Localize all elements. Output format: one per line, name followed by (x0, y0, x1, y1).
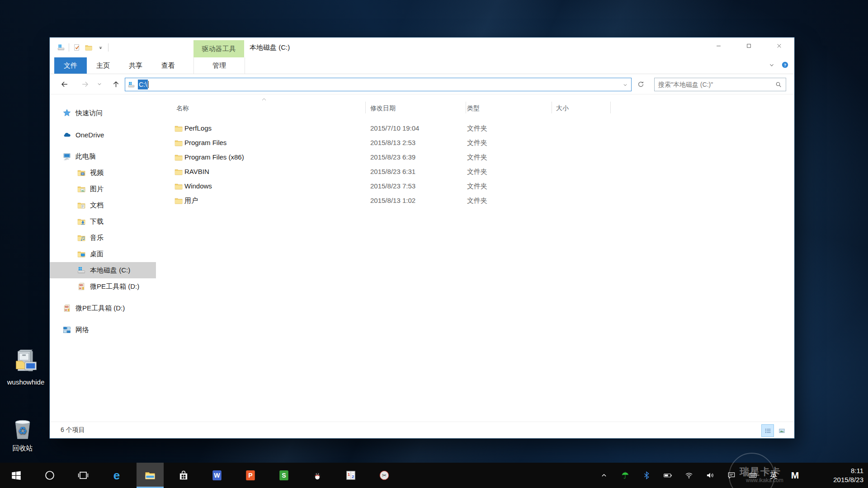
search-input[interactable] (655, 81, 775, 88)
sidebar-item-music[interactable]: 音乐 (50, 230, 156, 246)
address-dropdown-icon[interactable] (623, 81, 628, 89)
file-name: Program Files (184, 136, 226, 150)
folder-icon (174, 167, 183, 176)
sidebar-item-this-pc[interactable]: 此电脑 (50, 148, 156, 164)
tab-home[interactable]: 主页 (87, 57, 119, 74)
back-button[interactable] (59, 79, 70, 89)
input-method-button[interactable]: M (784, 463, 806, 488)
column-header-type[interactable]: 类型 (467, 104, 480, 113)
rising-antivirus-button[interactable] (614, 463, 636, 488)
file-list-area: 名称 修改日期 类型 大小 PerfLogs2015/7/10 19:04文件夹… (156, 94, 794, 422)
taskbar-buttons: eWPS12✂ (3, 463, 404, 488)
taskbar-wps-writer-button[interactable]: W (203, 463, 231, 488)
recent-locations-icon[interactable] (96, 79, 103, 89)
tab-view[interactable]: 查看 (152, 57, 184, 74)
sidebar-item-downloads[interactable]: 下载 (50, 213, 156, 230)
file-row[interactable]: Windows2015/8/23 7:53文件夹 (156, 179, 794, 193)
sidebar-item-desktop[interactable]: 桌面 (50, 246, 156, 262)
sidebar-item-pictures[interactable]: 图片 (50, 181, 156, 197)
taskbar-cortana-button[interactable] (36, 463, 63, 488)
contextual-tab-group-drive-tools[interactable]: 驱动器工具 (193, 40, 244, 57)
taskbar-calendar-tool-button[interactable]: 12 (337, 463, 364, 488)
sidebar-item-documents[interactable]: 文档 (50, 197, 156, 213)
wifi-button[interactable] (678, 463, 699, 488)
sidebar-item-local-disk-c[interactable]: 本地磁盘 (C:) (50, 262, 156, 278)
screenshot-tool-icon: ✂ (378, 469, 390, 481)
address-bar[interactable]: C:\ (125, 78, 632, 91)
column-header-date-modified[interactable]: 修改日期 (370, 104, 396, 113)
touch-keyboard-button[interactable] (742, 463, 763, 488)
recycle-bin-icon: ♻ (0, 417, 45, 443)
large-icons-view-button[interactable] (775, 424, 788, 437)
sort-ascending-icon (261, 95, 267, 103)
taskbar-wps-presentation-button[interactable]: P (237, 463, 264, 488)
clock-time: 8:11 (806, 466, 863, 475)
battery-button[interactable] (657, 463, 678, 488)
tray-expand-button[interactable] (593, 463, 614, 488)
volume-button[interactable] (699, 463, 721, 488)
wps-presentation-icon: P (245, 469, 256, 481)
sidebar-item-wepe-toolbox-d[interactable]: SDH微PE工具箱 (D:) (50, 278, 156, 295)
sidebar-item-videos[interactable]: 视频 (50, 164, 156, 181)
star-icon (62, 108, 71, 117)
taskbar-edge-button[interactable]: e (103, 463, 130, 488)
sidebar-item-label: OneDrive (75, 131, 104, 139)
tab-share[interactable]: 共享 (119, 57, 152, 74)
close-button[interactable] (764, 38, 794, 54)
file-row[interactable]: 用户2015/8/13 1:02文件夹 (156, 193, 794, 208)
qat-customize-button[interactable] (94, 42, 106, 53)
tab-manage[interactable]: 管理 (193, 57, 245, 74)
notifications-button[interactable] (721, 463, 742, 488)
forward-button[interactable] (80, 79, 90, 89)
column-header-name[interactable]: 名称 (176, 104, 189, 113)
ribbon-expand-icon[interactable] (769, 62, 775, 70)
file-name: 用户 (184, 193, 198, 208)
file-row[interactable]: Program Files (x86)2015/8/23 6:39文件夹 (156, 150, 794, 164)
file-row[interactable]: PerfLogs2015/7/10 19:04文件夹 (156, 121, 794, 136)
svg-text:P: P (248, 472, 252, 479)
desktop-icon-wushowhide[interactable]: wushowhide (0, 348, 52, 386)
sidebar-item-wepe-toolbox-d-root[interactable]: SDH微PE工具箱 (D:) (50, 300, 156, 316)
file-row[interactable]: RAVBIN2015/8/23 6:31文件夹 (156, 164, 794, 179)
taskbar-clock[interactable]: 8:11 2015/8/23 (806, 463, 868, 488)
sidebar-item-onedrive[interactable]: OneDrive (50, 127, 156, 143)
search-icon[interactable] (775, 81, 782, 88)
column-separator[interactable] (466, 102, 466, 113)
refresh-button[interactable] (634, 78, 647, 90)
address-path[interactable]: C:\ (138, 80, 148, 89)
qat-new-folder-button[interactable] (83, 42, 94, 53)
svg-text:?: ? (784, 63, 786, 67)
help-button[interactable]: ? (781, 61, 789, 70)
input-lang-button[interactable]: 英 (763, 463, 784, 488)
sd-card-icon: SDH (62, 304, 71, 313)
sidebar-item-network[interactable]: 网络 (50, 322, 156, 338)
desktop-icon-recycle-bin[interactable]: ♻ 回收站 (0, 417, 45, 453)
maximize-button[interactable] (734, 38, 764, 54)
qat-properties-button[interactable] (71, 42, 83, 53)
column-separator[interactable] (552, 102, 552, 113)
taskbar-file-explorer-button[interactable] (137, 463, 164, 488)
folder-icon (174, 182, 183, 191)
window-title: 本地磁盘 (C:) (250, 38, 290, 57)
up-button[interactable] (110, 79, 121, 89)
column-separator[interactable] (610, 102, 611, 113)
taskbar-start-button[interactable] (3, 463, 30, 488)
sidebar-item-quick-access[interactable]: 快速访问 (50, 105, 156, 121)
tray-expand-icon (599, 471, 609, 480)
column-separator[interactable] (365, 102, 366, 113)
taskbar-screenshot-tool-button[interactable]: ✂ (371, 463, 398, 488)
details-view-button[interactable] (761, 424, 774, 437)
minimize-button[interactable] (703, 38, 734, 54)
tab-file[interactable]: 文件 (54, 57, 87, 74)
taskbar-wps-spreadsheet-button[interactable]: S (270, 463, 297, 488)
bluetooth-button[interactable] (636, 463, 657, 488)
svg-text:H: H (65, 308, 67, 311)
taskbar-qq-button[interactable] (304, 463, 331, 488)
bluetooth-icon (642, 471, 651, 480)
file-row[interactable]: Program Files2015/8/13 2:53文件夹 (156, 136, 794, 150)
system-menu-drive-icon[interactable] (55, 42, 67, 53)
column-header-size[interactable]: 大小 (556, 104, 569, 113)
taskbar-store-button[interactable] (170, 463, 197, 488)
taskbar-task-view-button[interactable] (70, 463, 97, 488)
file-type: 文件夹 (467, 164, 487, 179)
